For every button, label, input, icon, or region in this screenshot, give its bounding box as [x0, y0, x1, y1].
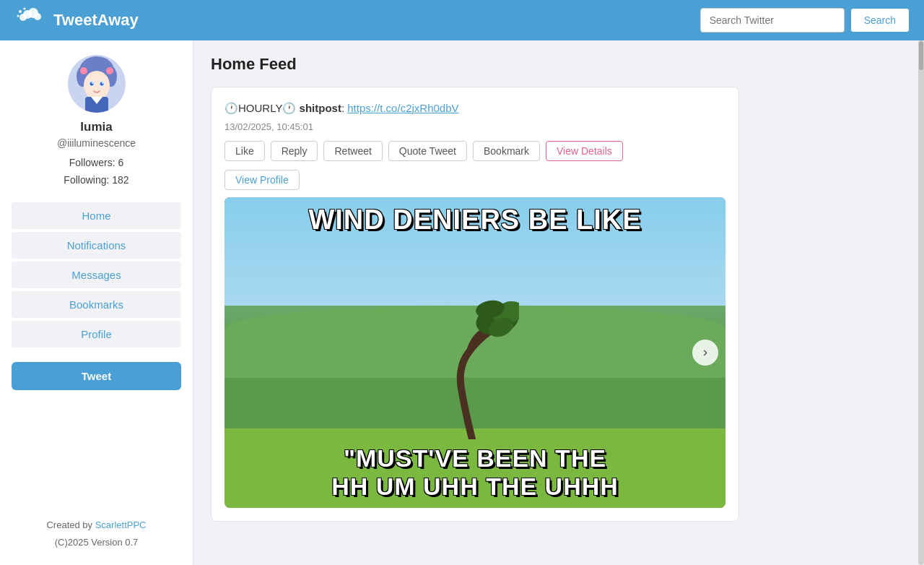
search-input[interactable] — [700, 8, 845, 33]
svg-point-3 — [19, 14, 27, 21]
nav-home[interactable]: Home — [12, 202, 181, 229]
app-header: TweetAway Search — [0, 0, 924, 40]
followers-label: Followers: — [69, 157, 116, 168]
svg-point-16 — [92, 82, 93, 84]
main-feed: Home Feed 🕐HOURLY🕐 shitpost: https://t.c… — [193, 40, 757, 565]
sidebar-username: Iumia — [80, 120, 112, 134]
sidebar-handle: @iiiluminescence — [57, 137, 136, 149]
main-layout: Iumia @iiiluminescence Followers: 6 Foll… — [0, 40, 924, 565]
retweet-button[interactable]: Retweet — [323, 141, 382, 161]
sidebar: Iumia @iiiluminescence Followers: 6 Foll… — [0, 40, 193, 565]
footer-version: (C)2025 Version 0.7 — [46, 534, 146, 551]
page-title: Home Feed — [211, 55, 739, 74]
svg-point-15 — [100, 82, 103, 86]
search-area: Search — [700, 8, 910, 33]
tweet-timestamp: 13/02/2025, 10:45:01 — [225, 121, 725, 132]
like-button[interactable]: Like — [225, 141, 265, 161]
svg-point-5 — [24, 8, 26, 10]
quote-tweet-button[interactable]: Quote Tweet — [388, 141, 467, 161]
following-stat: Following: 182 — [64, 172, 128, 189]
logo: TweetAway — [14, 4, 139, 36]
search-button[interactable]: Search — [850, 8, 910, 33]
avatar — [68, 55, 126, 113]
view-profile-button[interactable]: View Profile — [225, 170, 300, 190]
logo-icon — [14, 4, 46, 36]
tweet-text: 🕐HOURLY🕐 shitpost: https://t.co/c2jxRh0d… — [225, 100, 725, 117]
svg-point-4 — [19, 10, 22, 13]
bookmark-button[interactable]: Bookmark — [473, 141, 540, 161]
logo-text: TweetAway — [53, 11, 139, 30]
nav-menu: Home Notifications Messages Bookmarks Pr… — [12, 202, 181, 348]
media-next-button[interactable]: › — [692, 340, 718, 366]
followers-stat: Followers: 6 — [64, 155, 128, 172]
footer-created-by: Created by ScarlettPPC — [46, 517, 146, 533]
meme-bottom-text: "MUST'VE BEEN THEHH UM UHH THE UHHH — [225, 437, 725, 508]
svg-point-2 — [34, 13, 41, 20]
meme-image: WIND DENIERS BE LIKE "MUST'VE BEEN THEHH… — [225, 197, 725, 508]
tweet-clock-prefix: 🕐HOURLY🕐 — [225, 102, 296, 114]
svg-point-18 — [80, 67, 87, 74]
svg-point-11 — [84, 71, 110, 100]
tweet-media: WIND DENIERS BE LIKE "MUST'VE BEEN THEHH… — [225, 197, 725, 508]
scrollbar[interactable] — [918, 40, 924, 565]
footer-author-link[interactable]: ScarlettPPC — [95, 519, 147, 530]
tweet-card: 🕐HOURLY🕐 shitpost: https://t.co/c2jxRh0d… — [211, 87, 739, 522]
reply-button[interactable]: Reply — [271, 141, 318, 161]
tweet-link[interactable]: https://t.co/c2jxRh0dbV — [347, 102, 458, 114]
sidebar-footer: Created by ScarlettPPC (C)2025 Version 0… — [46, 495, 146, 551]
svg-point-17 — [102, 82, 103, 84]
following-count: 182 — [112, 174, 128, 186]
nav-profile[interactable]: Profile — [12, 321, 181, 348]
meme-top-text: WIND DENIERS BE LIKE — [225, 197, 725, 243]
svg-point-19 — [106, 67, 113, 74]
tweet-actions: Like Reply Retweet Quote Tweet Bookmark … — [225, 141, 725, 161]
tweet-author: shitpost — [300, 102, 341, 114]
following-label: Following: — [64, 174, 109, 186]
tweet-button[interactable]: Tweet — [12, 362, 181, 390]
view-details-button[interactable]: View Details — [546, 141, 623, 161]
scroll-thumb — [919, 41, 923, 70]
footer-created-label: Created by — [46, 519, 92, 530]
nav-messages[interactable]: Messages — [12, 262, 181, 288]
followers-count: 6 — [118, 157, 123, 168]
svg-point-6 — [17, 15, 19, 17]
tweet-colon: : — [341, 102, 344, 114]
svg-point-14 — [90, 82, 93, 86]
nav-bookmarks[interactable]: Bookmarks — [12, 291, 181, 318]
sidebar-stats: Followers: 6 Following: 182 — [64, 155, 128, 189]
nav-notifications[interactable]: Notifications — [12, 232, 181, 259]
